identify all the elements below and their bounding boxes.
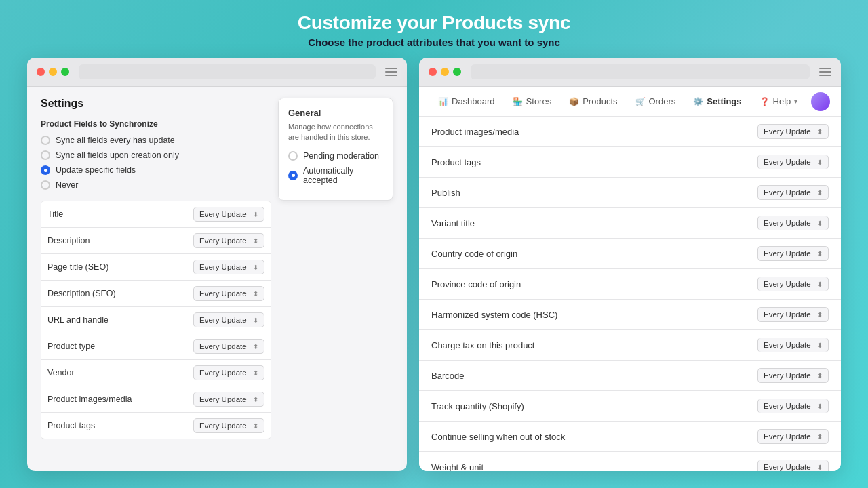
tl-maximize-r[interactable] bbox=[453, 68, 461, 76]
right-field-select[interactable]: Every Update ⬍ bbox=[757, 368, 829, 383]
help-chevron: ▾ bbox=[794, 98, 797, 105]
radio-sync-all-update[interactable]: Sync all fields every has update bbox=[41, 136, 271, 145]
tl-maximize[interactable] bbox=[61, 68, 69, 76]
left-field-select[interactable]: Every Update ⬍ bbox=[193, 418, 264, 433]
left-field-select[interactable]: Every Update ⬍ bbox=[193, 392, 264, 407]
right-field-select[interactable]: Every Update ⬍ bbox=[757, 216, 829, 230]
left-panel-content: Settings Product Fields to Synchronize S… bbox=[27, 87, 407, 471]
right-field-name: Charge tax on this product bbox=[431, 340, 534, 350]
sync-radio-group: Sync all fields every has update Sync al… bbox=[41, 136, 271, 190]
select-chevron-icon: ⬍ bbox=[817, 128, 823, 136]
right-field-row: Harmonized system code (HSC) Every Updat… bbox=[419, 300, 841, 330]
left-field-select[interactable]: Every Update ⬍ bbox=[193, 286, 264, 301]
select-chevron-icon: ⬍ bbox=[817, 250, 823, 258]
left-field-row: Product tags Every Update ⬍ bbox=[41, 413, 271, 439]
radio-never[interactable]: Never bbox=[41, 180, 271, 190]
left-field-name: Page title (SEO) bbox=[47, 262, 108, 272]
nav-settings[interactable]: ⚙️ Settings bbox=[685, 91, 749, 112]
left-field-select[interactable]: Every Update ⬍ bbox=[193, 365, 264, 380]
right-field-row: Track quantity (Shopify) Every Update ⬍ bbox=[419, 391, 841, 422]
select-chevron-icon: ⬍ bbox=[817, 372, 823, 380]
traffic-lights-right bbox=[429, 68, 461, 76]
address-bar-left bbox=[79, 64, 376, 79]
radio-input-3[interactable] bbox=[41, 165, 50, 175]
left-panel: Settings Product Fields to Synchronize S… bbox=[27, 58, 407, 471]
right-fields-list: Product images/media Every Update ⬍ Prod… bbox=[419, 117, 841, 471]
right-field-name: Product images/media bbox=[431, 127, 519, 137]
radio-input-4[interactable] bbox=[41, 180, 50, 190]
radio-pending[interactable]: Pending moderation bbox=[288, 151, 383, 161]
left-field-select[interactable]: Every Update ⬍ bbox=[193, 312, 264, 327]
select-chevron-icon: ⬍ bbox=[817, 403, 823, 410]
right-field-name: Country code of origin bbox=[431, 249, 517, 259]
nav-help[interactable]: ❓ Help ▾ bbox=[751, 91, 806, 112]
nav-products[interactable]: 📦 Products bbox=[561, 91, 625, 112]
select-chevron-icon: ⬍ bbox=[253, 264, 258, 271]
left-field-row: Title Every Update ⬍ bbox=[41, 201, 271, 228]
right-panel: 📊 Dashboard 🏪 Stores 📦 Products 🛒 Orders… bbox=[419, 58, 841, 471]
select-chevron-icon: ⬍ bbox=[817, 281, 823, 288]
select-chevron-icon: ⬍ bbox=[817, 159, 823, 166]
right-field-select[interactable]: Every Update ⬍ bbox=[757, 277, 829, 291]
tl-minimize[interactable] bbox=[49, 68, 57, 76]
left-field-name: Description bbox=[47, 236, 90, 245]
left-field-row: Product images/media Every Update ⬍ bbox=[41, 386, 271, 413]
right-field-select[interactable]: Every Update ⬍ bbox=[757, 185, 829, 200]
select-chevron-icon: ⬍ bbox=[817, 220, 823, 227]
left-field-name: Product type bbox=[47, 342, 95, 351]
right-field-row: Province code of origin Every Update ⬍ bbox=[419, 269, 841, 300]
panels-container: Settings Product Fields to Synchronize S… bbox=[27, 58, 841, 471]
tl-close[interactable] bbox=[37, 68, 45, 76]
right-field-row: Publish Every Update ⬍ bbox=[419, 178, 841, 208]
left-field-name: Title bbox=[47, 209, 63, 219]
right-field-name: Track quantity (Shopify) bbox=[431, 401, 524, 411]
select-chevron-icon: ⬍ bbox=[253, 211, 258, 218]
radio-input-2[interactable] bbox=[41, 150, 50, 160]
right-field-select[interactable]: Every Update ⬍ bbox=[757, 399, 829, 413]
right-field-select[interactable]: Every Update ⬍ bbox=[757, 429, 829, 444]
nav-stores[interactable]: 🏪 Stores bbox=[505, 91, 560, 112]
left-field-select[interactable]: Every Update ⬍ bbox=[193, 233, 264, 248]
user-avatar[interactable] bbox=[811, 92, 830, 111]
radio-sync-creation[interactable]: Sync all fields upon creation only bbox=[41, 150, 271, 160]
radio-auto-input[interactable] bbox=[288, 171, 298, 180]
right-field-select[interactable]: Every Update ⬍ bbox=[757, 155, 829, 169]
select-chevron-icon: ⬍ bbox=[253, 343, 258, 350]
traffic-lights-left bbox=[37, 68, 69, 76]
left-field-select[interactable]: Every Update ⬍ bbox=[193, 339, 264, 354]
right-field-select[interactable]: Every Update ⬍ bbox=[757, 246, 829, 261]
general-radio-group: Pending moderation Automatically accepte… bbox=[288, 151, 383, 185]
radio-update-specific[interactable]: Update specific fields bbox=[41, 165, 271, 175]
radio-auto-accepted[interactable]: Automatically accepted bbox=[288, 166, 383, 185]
radio-pending-input[interactable] bbox=[288, 151, 298, 161]
right-field-name: Harmonized system code (HSC) bbox=[431, 310, 557, 320]
right-field-select[interactable]: Every Update ⬍ bbox=[757, 460, 829, 471]
right-field-name: Weight & unit bbox=[431, 462, 484, 472]
right-field-select[interactable]: Every Update ⬍ bbox=[757, 124, 829, 139]
right-field-row: Product images/media Every Update ⬍ bbox=[419, 117, 841, 147]
nav-orders[interactable]: 🛒 Orders bbox=[627, 91, 684, 112]
tl-close-r[interactable] bbox=[429, 68, 437, 76]
right-field-row: Variant title Every Update ⬍ bbox=[419, 208, 841, 239]
fields-list-left: Title Every Update ⬍ Description Every U… bbox=[41, 201, 271, 439]
left-field-select[interactable]: Every Update ⬍ bbox=[193, 207, 264, 222]
right-field-row: Charge tax on this product Every Update … bbox=[419, 330, 841, 361]
right-field-select[interactable]: Every Update ⬍ bbox=[757, 338, 829, 352]
settings-icon: ⚙️ bbox=[693, 97, 703, 106]
hamburger-menu-left[interactable] bbox=[385, 68, 397, 76]
tl-minimize-r[interactable] bbox=[441, 68, 449, 76]
right-field-row: Barcode Every Update ⬍ bbox=[419, 361, 841, 391]
left-field-name: Description (SEO) bbox=[47, 289, 116, 298]
right-field-name: Publish bbox=[431, 188, 460, 198]
select-chevron-icon: ⬍ bbox=[253, 317, 258, 324]
nav-dashboard[interactable]: 📊 Dashboard bbox=[430, 91, 503, 112]
right-field-select[interactable]: Every Update ⬍ bbox=[757, 307, 829, 322]
select-chevron-icon: ⬍ bbox=[817, 189, 823, 197]
radio-input-1[interactable] bbox=[41, 136, 50, 145]
left-field-select[interactable]: Every Update ⬍ bbox=[193, 260, 264, 274]
left-field-row: Description Every Update ⬍ bbox=[41, 228, 271, 254]
right-field-name: Product tags bbox=[431, 157, 481, 167]
left-field-row: Vendor Every Update ⬍ bbox=[41, 360, 271, 386]
hamburger-menu-right[interactable] bbox=[819, 68, 831, 76]
top-nav: 📊 Dashboard 🏪 Stores 📦 Products 🛒 Orders… bbox=[419, 87, 841, 117]
